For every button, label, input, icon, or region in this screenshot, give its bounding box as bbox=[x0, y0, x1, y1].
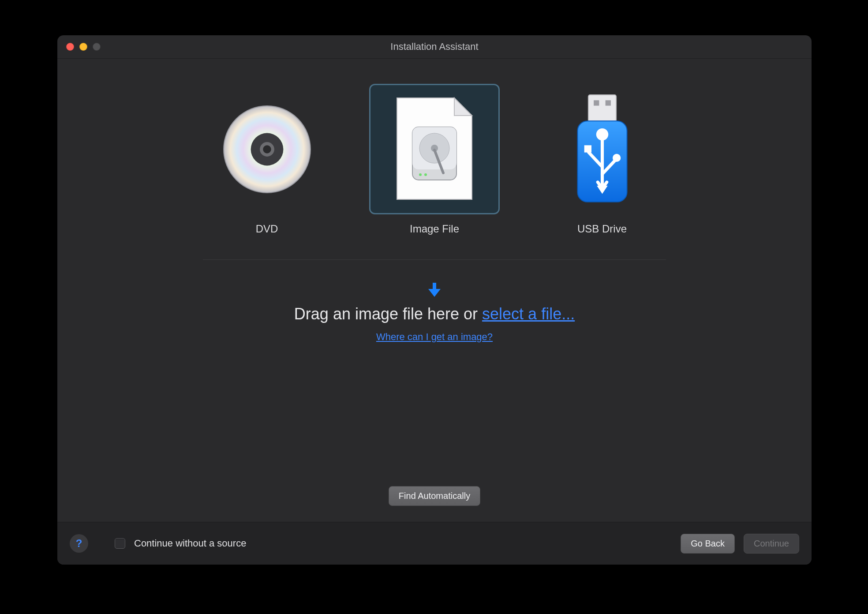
svg-rect-12 bbox=[605, 100, 610, 105]
help-button[interactable]: ? bbox=[70, 534, 88, 553]
usb-drive-icon bbox=[572, 93, 632, 206]
question-mark-icon: ? bbox=[76, 537, 82, 550]
window-body: DVD bbox=[57, 59, 812, 522]
dvd-label: DVD bbox=[256, 223, 278, 235]
select-file-link[interactable]: select a file... bbox=[482, 305, 575, 323]
continue-button: Continue bbox=[744, 534, 799, 554]
continue-without-source-checkbox[interactable] bbox=[115, 538, 125, 549]
go-back-button[interactable]: Go Back bbox=[681, 534, 735, 554]
source-option-usb-drive[interactable]: USB Drive bbox=[538, 85, 666, 235]
svg-rect-11 bbox=[594, 100, 599, 105]
dvd-disc-icon bbox=[222, 104, 312, 195]
source-options: DVD bbox=[203, 85, 666, 235]
titlebar: Installation Assistant bbox=[57, 35, 812, 59]
usb-icon-frame bbox=[538, 85, 666, 213]
image-file-icon bbox=[393, 96, 476, 202]
source-option-image-file[interactable]: Image File bbox=[370, 85, 498, 235]
window-title: Installation Assistant bbox=[57, 41, 812, 52]
installation-assistant-window: Installation Assistant bbox=[57, 35, 812, 565]
svg-rect-10 bbox=[588, 95, 616, 123]
drop-prefix: Drag an image file here or bbox=[294, 305, 482, 323]
svg-point-9 bbox=[424, 173, 427, 176]
footer: ? Continue without a source Go Back Cont… bbox=[57, 522, 812, 565]
continue-without-source-label: Continue without a source bbox=[134, 538, 246, 549]
arrow-down-icon bbox=[427, 282, 442, 298]
image-file-icon-frame bbox=[370, 85, 498, 213]
svg-point-3 bbox=[263, 145, 271, 153]
svg-point-15 bbox=[598, 130, 606, 139]
where-get-image-link[interactable]: Where can I get an image? bbox=[376, 331, 493, 343]
dvd-icon-frame bbox=[203, 85, 331, 213]
drop-instruction: Drag an image file here or select a file… bbox=[294, 305, 575, 323]
source-option-dvd[interactable]: DVD bbox=[203, 85, 331, 235]
image-file-label: Image File bbox=[410, 223, 459, 235]
divider bbox=[203, 259, 666, 260]
svg-rect-16 bbox=[584, 145, 591, 152]
svg-point-8 bbox=[419, 173, 422, 176]
usb-drive-label: USB Drive bbox=[577, 223, 627, 235]
find-automatically-button[interactable]: Find Automatically bbox=[389, 486, 480, 506]
find-auto-row: Find Automatically bbox=[389, 486, 480, 506]
drop-area[interactable]: Drag an image file here or select a file… bbox=[294, 282, 575, 343]
svg-point-17 bbox=[612, 154, 620, 161]
